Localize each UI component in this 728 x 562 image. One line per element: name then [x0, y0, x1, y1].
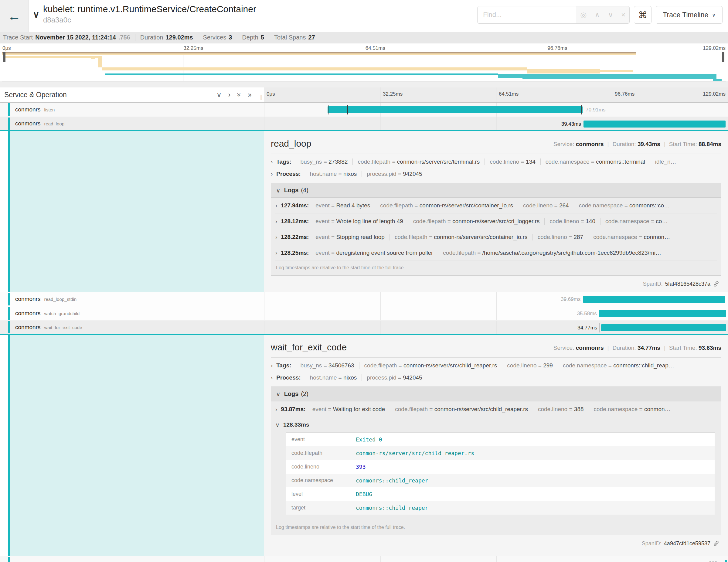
minimap-gridline — [364, 52, 364, 81]
tag-chip: code.lineno = 299 — [502, 362, 558, 369]
trace-start-value: November 15 2022, 11:24:14 — [35, 34, 116, 41]
minimap-right-scrubber[interactable] — [722, 52, 724, 62]
spanid-value: 5faf48165428c37a — [665, 281, 710, 287]
log-chip: code.lineno = 287 — [532, 234, 588, 240]
ruler-tick-label: 96.76ms — [612, 87, 634, 103]
collapse-all-icon[interactable]: » — [235, 93, 243, 97]
log-chip: code.namespace = conmon… — [588, 234, 675, 240]
collapse-one-icon[interactable]: ∨ — [216, 91, 222, 99]
chevron-down-icon: ∨ — [276, 187, 281, 194]
span-service: conmonrs — [15, 296, 40, 302]
find-input[interactable] — [478, 6, 576, 23]
span-bar[interactable] — [583, 121, 725, 128]
minimap-span — [98, 58, 102, 67]
span-row-read-loop[interactable]: conmonrs read_loop 39.43ms — [0, 117, 728, 131]
log-chip: event = deregistering event source from … — [311, 250, 438, 256]
log-entry[interactable]: › 127.94ms: event = Read 4 bytes code.fi… — [275, 198, 717, 213]
span-color-accent — [8, 131, 10, 292]
copy-link-icon[interactable] — [713, 540, 719, 547]
table-row: code.filepathconmon-rs/server/src/child_… — [286, 446, 715, 460]
summary-label: Total Spans — [274, 34, 306, 41]
span-color-accent — [8, 321, 10, 333]
span-row-read-loop-stdin[interactable]: conmonrs read_loop_stdin 39.69ms — [0, 292, 728, 306]
process-row[interactable]: › Process: host.name = nixos process.pid… — [271, 374, 721, 381]
prev-match-icon[interactable]: ∧ — [595, 11, 600, 19]
spanid-value: 4a947cfd1ce59537 — [664, 540, 710, 547]
span-duration-label: 35.58ms — [577, 311, 597, 317]
minimap-span — [522, 74, 716, 79]
minimap-gridline — [183, 52, 183, 81]
log-entry[interactable]: › 128.25ms: event = deregistering event … — [275, 245, 717, 261]
logs-note: Log timestamps are relative to the start… — [271, 520, 721, 535]
tag-chip: busy_ns = 34506763 — [296, 362, 359, 369]
table-row: code.lineno393 — [286, 460, 715, 474]
match-target-icon[interactable]: ◎ — [580, 11, 587, 19]
tags-row[interactable]: › Tags: busy_ns = 34506763 code.filepath… — [271, 362, 721, 369]
span-row-watch-grandchild[interactable]: conmonrs watch_grandchild 35.58ms — [0, 306, 728, 321]
log-chip: event = Wrote log line of length 49 — [311, 218, 408, 225]
clear-find-icon[interactable]: × — [621, 11, 625, 19]
log-entry[interactable]: › 128.12ms: event = Wrote log line of le… — [275, 213, 717, 229]
gridline — [380, 292, 381, 306]
log-chip: event = Read 4 bytes — [311, 202, 375, 209]
tick-label: 32.25ms — [183, 45, 203, 51]
span-row-write-exit-path[interactable]: conmonrs write_exit_path 303μs — [0, 556, 728, 562]
log-timestamp: 128.25ms: — [281, 250, 309, 256]
expand-all-icon[interactable]: » — [248, 91, 252, 99]
header: ← ∨ kubelet: runtime.v1.RuntimeService/C… — [0, 0, 728, 32]
tick-label: 64.51ms — [366, 45, 385, 51]
logs-header[interactable]: ∨ Logs (4) — [271, 183, 721, 198]
span-row-listen[interactable]: conmonrs listen 70.91ms — [0, 103, 728, 117]
process-row[interactable]: › Process: host.name = nixos process.pid… — [271, 171, 721, 177]
span-row-wait-for-exit-code[interactable]: conmonrs wait_for_exit_code 34.77ms — [0, 321, 728, 335]
ruler-tick-label: 0μs — [264, 91, 275, 97]
logs-note: Log timestamps are relative to the start… — [271, 261, 721, 275]
trace-minimap[interactable] — [2, 52, 726, 81]
span-detail-read-loop: read_loop Service: conmonrs|Duration: 39… — [0, 131, 728, 292]
expander-icon: › — [275, 202, 277, 209]
minimap-left-scrubber[interactable] — [3, 52, 5, 62]
expand-one-icon[interactable]: › — [228, 91, 231, 99]
tag-chip: code.lineno = 134 — [485, 158, 540, 165]
tags-label: Tags: — [276, 362, 291, 369]
collapse-header-icon[interactable]: ∨ — [33, 9, 39, 20]
logs-header[interactable]: ∨ Logs (2) — [271, 387, 721, 401]
detail-meta: Service: conmonrs|Duration: 34.77ms|Star… — [553, 345, 721, 351]
copy-link-icon[interactable] — [713, 281, 719, 287]
log-chip: code.namespace = co… — [600, 218, 672, 225]
span-bar[interactable] — [328, 106, 583, 113]
log-chip: code.filepath = conmon-rs/server/src/cri… — [408, 218, 545, 225]
spanid-label: SpanID: — [643, 281, 663, 287]
process-label: Process: — [276, 374, 301, 381]
divider — [271, 357, 721, 358]
tags-row[interactable]: › Tags: busy_ns = 273882 code.filepath =… — [271, 158, 721, 165]
duration-value: 129.02ms — [165, 34, 193, 41]
expander-icon: › — [271, 362, 273, 369]
span-operation: read_loop — [44, 121, 64, 126]
summary-label: Services — [203, 34, 226, 41]
next-match-icon[interactable]: ∨ — [608, 11, 613, 19]
log-entry[interactable]: › 93.87ms: event = Waiting for exit code… — [275, 401, 717, 417]
trace-view-selector[interactable]: Trace Timeline ∨ — [656, 6, 723, 24]
span-bar[interactable] — [599, 310, 726, 317]
back-button[interactable]: ← — [0, 0, 29, 32]
log-chip: code.filepath = /home/sascha/.cargo/regi… — [438, 250, 666, 256]
timeline-ruler: 0μs 32.25ms 64.51ms 96.76ms 129.02ms — [264, 87, 728, 102]
trace-summary-bar: Trace StartNovember 15 2022, 11:24:14.75… — [0, 32, 728, 43]
span-bar[interactable] — [725, 560, 727, 562]
log-entry-expanded[interactable]: ∨ 128.33ms — [275, 417, 717, 432]
expander-icon: › — [275, 406, 277, 413]
logs-label: Logs — [284, 187, 299, 194]
divider — [271, 154, 721, 154]
span-bar[interactable] — [583, 296, 725, 303]
log-timestamp: 128.33ms — [283, 421, 309, 428]
span-service: conmonrs — [15, 106, 40, 113]
span-color-accent — [8, 307, 10, 320]
view-selector-label: Trace Timeline — [663, 11, 708, 19]
keyboard-shortcuts-button[interactable]: ⌘ — [634, 6, 651, 24]
tag-chip: idle_n… — [650, 158, 681, 165]
column-resizer[interactable]: ∥ — [260, 94, 263, 100]
span-bar[interactable] — [601, 324, 726, 331]
span-color-accent — [8, 118, 10, 130]
log-entry[interactable]: › 128.22ms: event = Stopping read loop c… — [275, 229, 717, 245]
